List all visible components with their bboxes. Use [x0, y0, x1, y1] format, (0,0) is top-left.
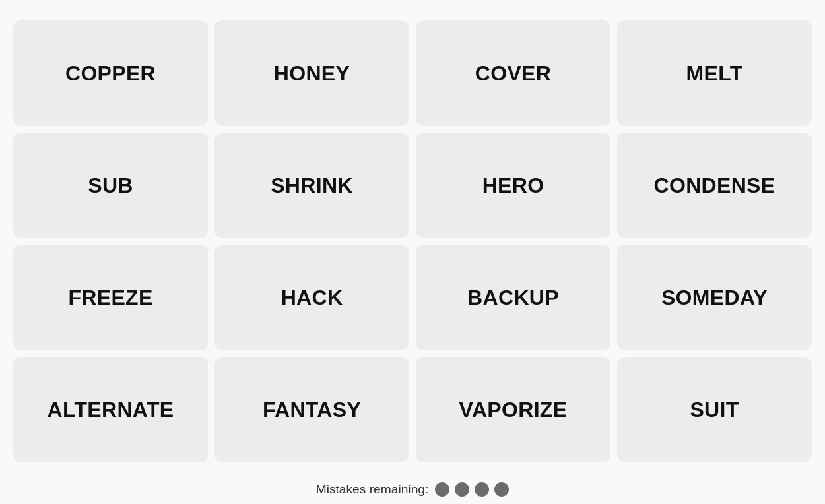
word-label: FREEZE [68, 286, 152, 310]
mistake-dot-1 [435, 482, 449, 497]
word-card-vaporize[interactable]: VAPORIZE [416, 357, 610, 462]
word-card-hero[interactable]: HERO [416, 133, 610, 238]
word-card-someday[interactable]: SOMEDAY [617, 245, 812, 350]
word-card-backup[interactable]: BACKUP [416, 245, 610, 350]
mistakes-dots [435, 482, 509, 497]
word-label: VAPORIZE [459, 398, 568, 422]
word-card-freeze[interactable]: FREEZE [13, 245, 208, 350]
word-card-shrink[interactable]: SHRINK [214, 133, 409, 238]
word-label: SUIT [690, 398, 739, 422]
mistake-dot-2 [455, 482, 469, 497]
word-card-sub[interactable]: SUB [13, 133, 208, 238]
word-card-fantasy[interactable]: FANTASY [214, 357, 409, 462]
word-label: CONDENSE [654, 173, 776, 198]
word-label: SHRINK [271, 173, 353, 198]
mistakes-remaining: Mistakes remaining: [316, 482, 510, 497]
word-label: HERO [482, 173, 544, 198]
word-label: BACKUP [467, 286, 559, 310]
word-card-melt[interactable]: MELT [617, 20, 812, 126]
mistakes-label: Mistakes remaining: [316, 482, 429, 497]
word-label: COPPER [65, 61, 156, 86]
word-card-hack[interactable]: HACK [214, 245, 409, 350]
word-label: HACK [281, 286, 343, 310]
word-label: COVER [475, 61, 551, 86]
word-card-honey[interactable]: HONEY [214, 20, 409, 126]
word-label: ALTERNATE [48, 398, 174, 422]
word-card-suit[interactable]: SUIT [617, 357, 812, 462]
word-grid: COPPERHONEYCOVERMELTSUBSHRINKHEROCONDENS… [0, 7, 825, 476]
word-label: SUB [88, 173, 133, 198]
word-card-alternate[interactable]: ALTERNATE [13, 357, 208, 462]
word-card-condense[interactable]: CONDENSE [617, 133, 812, 238]
word-label: FANTASY [263, 398, 361, 422]
word-label: HONEY [274, 61, 350, 86]
word-card-copper[interactable]: COPPER [13, 20, 208, 126]
word-label: SOMEDAY [661, 286, 768, 310]
mistake-dot-3 [475, 482, 489, 497]
mistake-dot-4 [494, 482, 509, 497]
word-label: MELT [686, 61, 743, 86]
word-card-cover[interactable]: COVER [416, 20, 610, 126]
